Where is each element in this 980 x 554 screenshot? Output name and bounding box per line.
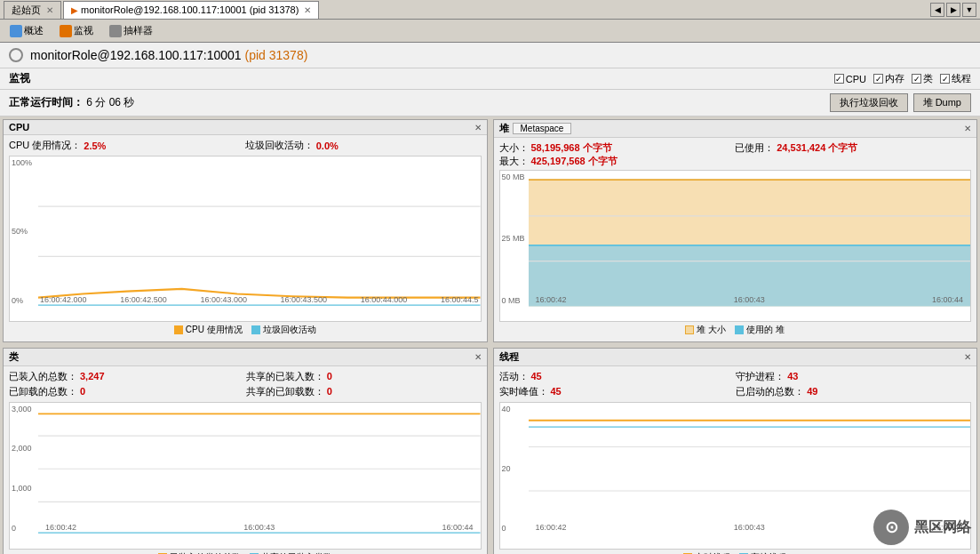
threads-active-stat: 活动： 45 (499, 370, 735, 383)
cpu-legend-gc: 垃圾回收活动 (251, 324, 316, 336)
cpu-legend: CPU 使用情况 垃圾回收活动 (9, 322, 482, 338)
threads-daemon-stat: 守护进程： 43 (736, 370, 971, 383)
heap-stats: 大小： 58,195,968 个字节 已使用： 24,531,424 个字节 最… (499, 141, 972, 168)
heap-legend-used: 使用的 堆 (735, 324, 785, 336)
threads-active-value: 45 (531, 371, 542, 381)
heap-max-stat: 最大： 425,197,568 个字节 (499, 155, 736, 168)
overview-btn[interactable]: 概述 (4, 21, 50, 40)
cb-threads-label: 线程 (952, 72, 971, 85)
heap-chart-svg (529, 171, 971, 307)
cpu-legend-cpu-label: CPU 使用情况 (186, 324, 243, 336)
nav-back[interactable]: ◀ (930, 3, 944, 17)
heap-size-label: 大小： (499, 141, 529, 155)
heap-legend-size-label: 堆 大小 (697, 324, 726, 336)
classes-shared-unloaded-value: 0 (327, 386, 332, 397)
nav-forward[interactable]: ▶ (946, 3, 960, 17)
monitor-checkboxes: ✓ CPU ✓ 内存 ✓ 类 ✓ 线程 (834, 72, 971, 85)
threads-legend: 实时线程 守护线程 (499, 550, 972, 554)
heap-panel-header: 堆 Metaspace ✕ (494, 120, 977, 138)
cpu-chart-plot: 16:00:42.000 16:00:42.500 16:00:43.000 1… (38, 157, 481, 307)
tab-monitor[interactable]: ▶ monitorRole@192.168.100.117:10001 (pid… (63, 1, 319, 19)
gc-activity-stat: 垃圾回收活动： 0.0% (245, 139, 482, 152)
cb-cpu[interactable]: ✓ CPU (834, 74, 866, 84)
classes-shared-loaded-value: 0 (327, 371, 332, 381)
classes-panel-close[interactable]: ✕ (474, 352, 482, 362)
cb-classes[interactable]: ✓ 类 (912, 72, 933, 85)
title-bar: monitorRole@192.168.100.117:10001 (pid 3… (0, 43, 980, 68)
threads-total-stat: 已启动的总数： 49 (736, 385, 971, 398)
classes-panel-title: 类 (9, 350, 19, 364)
tab-home[interactable]: 起始页 ✕ (4, 1, 61, 19)
classes-chart-svg (38, 403, 481, 535)
cpu-y-axis: 100% 50% 0% (10, 157, 38, 307)
heap-x-axis: 16:00:42 16:00:43 16:00:44 (529, 293, 971, 307)
watermark-text: 黑区网络 (914, 518, 971, 537)
threads-panel-close[interactable]: ✕ (964, 352, 971, 362)
classes-shared-loaded-stat: 共享的已装入数： 0 (246, 370, 482, 383)
monitor-label: 监视 (74, 24, 93, 37)
threads-y-axis: 40 20 0 (500, 403, 529, 535)
cpu-legend-cpu-color (174, 325, 183, 334)
cpu-usage-label: CPU 使用情况： (9, 139, 81, 152)
threads-daemon-value: 43 (787, 371, 798, 381)
title-text: monitorRole@192.168.100.117:10001 (pid 3… (30, 48, 307, 62)
cpu-x-axis: 16:00:42.000 16:00:42.500 16:00:43.000 1… (38, 293, 481, 307)
threads-active-label: 活动： (499, 370, 529, 383)
cb-threads[interactable]: ✓ 线程 (940, 72, 971, 85)
threads-peak-label: 实时峰值： (499, 385, 548, 398)
tab-bar: 起始页 ✕ ▶ monitorRole@192.168.100.117:1000… (0, 0, 980, 20)
heap-dump-button[interactable]: 堆 Dump (913, 93, 971, 112)
cb-memory[interactable]: ✓ 内存 (873, 72, 904, 85)
tab-home-close[interactable]: ✕ (46, 5, 53, 15)
cb-classes-mark: ✓ (912, 74, 921, 84)
cpu-chart: 100% 50% 0% 16:00:42.000 (9, 156, 482, 322)
heap-panel-close[interactable]: ✕ (964, 124, 971, 133)
monitor-btn[interactable]: 监视 (53, 21, 100, 40)
uptime-actions: 执行垃圾回收 堆 Dump (830, 93, 971, 112)
threads-total-label: 已启动的总数： (736, 385, 804, 398)
heap-size-value: 58,195,968 个字节 (531, 141, 612, 155)
uptime-bar: 正常运行时间： 6 分 06 秒 执行垃圾回收 堆 Dump (0, 90, 980, 116)
cpu-usage-stat: CPU 使用情况： 2.5% (9, 139, 245, 152)
heap-legend-size-color (685, 325, 694, 334)
heap-legend-size: 堆 大小 (685, 324, 726, 336)
threads-daemon-label: 守护进程： (736, 370, 785, 383)
tab-monitor-close[interactable]: ✕ (304, 5, 311, 15)
title-main: monitorRole@192.168.100.117:10001 (30, 48, 242, 62)
cpu-panel-header: CPU ✕ (4, 120, 487, 135)
tab-monitor-label: monitorRole@192.168.100.117:10001 (pid 3… (81, 4, 299, 15)
cb-cpu-label: CPU (846, 74, 866, 84)
heap-legend: 堆 大小 使用的 堆 (499, 322, 972, 338)
cb-memory-label: 内存 (885, 72, 904, 85)
sampler-icon (109, 25, 122, 37)
cpu-legend-gc-label: 垃圾回收活动 (263, 324, 316, 336)
classes-legend: 已装入的类的总数 共享的已装入类数 (9, 550, 482, 554)
watermark-logo: ⊙ (873, 510, 909, 545)
heap-legend-used-label: 使用的 堆 (746, 324, 785, 336)
monitor-section-label: 监视 (9, 71, 30, 86)
title-pid-val: (pid 31378) (245, 48, 308, 62)
nav-arrows: ◀ ▶ ▼ (930, 3, 976, 17)
threads-panel-header: 线程 ✕ (494, 349, 977, 366)
heap-chart: 50 MB 25 MB 0 MB (499, 170, 972, 322)
uptime-value: 6 分 06 秒 (86, 96, 134, 108)
monitor-icon (60, 25, 72, 37)
nav-dropdown[interactable]: ▼ (962, 3, 976, 17)
heap-used-value: 24,531,424 个字节 (777, 141, 857, 155)
cpu-stats: CPU 使用情况： 2.5% 垃圾回收活动： 0.0% (9, 139, 482, 152)
classes-loaded-value: 3,247 (80, 371, 105, 381)
heap-metaspace-tab[interactable]: Metaspace (513, 123, 572, 134)
classes-y-axis: 3,000 2,000 1,000 0 (10, 403, 38, 535)
classes-panel: 类 ✕ 已装入的总数： 3,247 共享的已装入数： 0 已卸载的总数： 0 共… (3, 348, 488, 555)
classes-shared-unloaded-label: 共享的已卸载数： (246, 385, 324, 398)
classes-unloaded-stat: 已卸载的总数： 0 (9, 385, 244, 398)
cpu-panel-close[interactable]: ✕ (474, 123, 482, 132)
gc-button[interactable]: 执行垃圾回收 (830, 93, 908, 112)
cb-memory-mark: ✓ (873, 74, 883, 84)
main-content: CPU ✕ CPU 使用情况： 2.5% 垃圾回收活动： 0.0% 100% 5… (0, 116, 980, 554)
cb-cpu-mark: ✓ (834, 74, 844, 84)
heap-used-label: 已使用： (735, 141, 774, 155)
toolbar: 概述 监视 抽样器 (0, 20, 980, 43)
sampler-btn[interactable]: 抽样器 (103, 21, 159, 40)
threads-peak-value: 45 (551, 386, 562, 397)
